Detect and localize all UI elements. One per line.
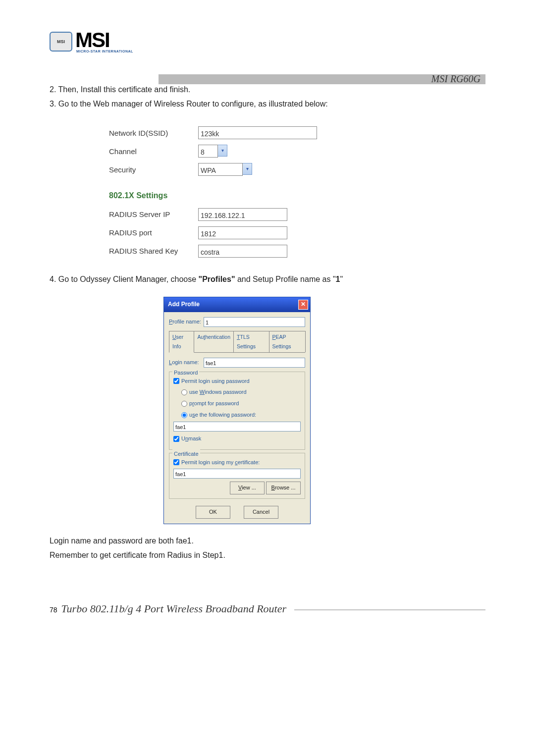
close-icon[interactable]: ✕ (298, 300, 308, 310)
use-windows-label: use Windows password (189, 387, 247, 397)
note-2: Remember to get certificate from Radius … (50, 548, 485, 563)
dialog-title-text: Add Profile (168, 299, 200, 310)
router-config-form: Network ID(SSID) 123kk Channel 8 ▾ Secur… (109, 126, 485, 258)
permit-certificate-label: Permit login using my certificate: (181, 458, 260, 468)
tab-user-info[interactable]: User Info (169, 331, 194, 353)
radius-ip-label: RADIUS Server IP (109, 208, 198, 221)
permit-password-label: Permit login using password (181, 377, 250, 386)
password-fieldset: Password Permit login using password use… (169, 372, 305, 450)
certificate-fieldset: Certificate Permit login using my certif… (169, 453, 305, 499)
step-2-text: 2. Then, Install this certificate and fi… (50, 83, 485, 97)
tab-ttls-settings[interactable]: TTLS Settings (233, 331, 269, 352)
login-name-label: Login name: (169, 358, 204, 368)
footer-title: Turbo 802.11b/g 4 Port Wireless Broadban… (61, 602, 286, 615)
step-3-text: 3. Go to the Web manager of Wireless Rou… (50, 97, 485, 111)
radius-ip-input[interactable]: 192.168.122.1 (198, 208, 287, 221)
permit-cert-check-icon[interactable] (173, 459, 179, 465)
radio-icon[interactable] (181, 401, 187, 407)
password-legend: Password (172, 368, 199, 378)
unmask-check-icon[interactable] (173, 436, 179, 442)
tab-authentication[interactable]: Authentication (194, 331, 234, 352)
ssid-input[interactable]: 123kk (198, 126, 317, 139)
ssid-label: Network ID(SSID) (109, 126, 198, 140)
note-1: Login name and password are both fae1. (50, 534, 485, 548)
profile-name-label: Profile name: (169, 317, 204, 327)
chevron-down-icon[interactable]: ▾ (218, 145, 227, 157)
logo-badge-icon: MSI (50, 32, 72, 52)
logo: MSI MSI MICRO-STAR INTERNATIONAL (50, 30, 485, 53)
browse-button[interactable]: Browse ... (266, 482, 301, 494)
profile-name-input[interactable]: 1 (204, 317, 305, 327)
logo-text: MSI (75, 30, 133, 51)
add-profile-dialog: Add Profile ✕ Profile name: 1 User Info … (163, 297, 311, 524)
channel-label: Channel (109, 145, 198, 158)
certificate-input[interactable]: fae1 (173, 469, 301, 479)
prompt-password-radio[interactable]: prompt for password (181, 399, 301, 409)
radio-icon[interactable] (181, 412, 187, 418)
ok-button[interactable]: OK (196, 506, 230, 519)
page-footer: 78 Turbo 802.11b/g 4 Port Wireless Broad… (50, 602, 485, 615)
dialog-tabs: User Info Authentication TTLS Settings P… (169, 331, 305, 353)
security-label: Security (109, 163, 198, 176)
password-input[interactable]: fae1 (173, 422, 301, 432)
8021x-section-header: 802.1X Settings (109, 189, 485, 203)
tab-peap-settings[interactable]: PEAP Settings (269, 331, 306, 352)
channel-select[interactable]: 8 (198, 145, 218, 158)
dialog-titlebar: Add Profile ✕ (164, 297, 310, 312)
use-following-password-radio[interactable]: use the following password: (181, 410, 301, 420)
unmask-label: Unmask (181, 434, 201, 444)
permit-password-check-icon[interactable] (173, 378, 179, 384)
permit-certificate-checkbox[interactable]: Permit login using my certificate: (173, 458, 301, 468)
radius-key-label: RADIUS Shared Key (109, 244, 198, 258)
prompt-password-label: prompt for password (189, 399, 239, 409)
page-number: 78 (50, 606, 57, 614)
view-button[interactable]: View ... (230, 482, 265, 494)
login-name-input[interactable]: fae1 (204, 358, 305, 368)
cancel-button[interactable]: Cancel (244, 506, 278, 519)
unmask-checkbox[interactable]: Unmask (173, 434, 301, 444)
model-name: MSI RG60G (431, 73, 481, 85)
logo-subtitle: MICRO-STAR INTERNATIONAL (76, 50, 133, 53)
radius-key-input[interactable]: costra (198, 245, 287, 258)
use-windows-password-radio[interactable]: use Windows password (181, 387, 301, 397)
radio-icon[interactable] (181, 389, 187, 395)
permit-password-checkbox[interactable]: Permit login using password (173, 377, 301, 386)
footer-divider (294, 609, 485, 610)
chevron-down-icon[interactable]: ▾ (243, 163, 252, 175)
radius-port-label: RADIUS port (109, 226, 198, 239)
certificate-legend: Certificate (172, 449, 200, 459)
use-following-label: use the following password: (189, 410, 256, 420)
step-4-text: 4. Go to Odyssey Client Manager, choose … (50, 272, 485, 287)
radius-port-input[interactable]: 1812 (198, 226, 287, 239)
security-select[interactable]: WPA (198, 163, 243, 176)
